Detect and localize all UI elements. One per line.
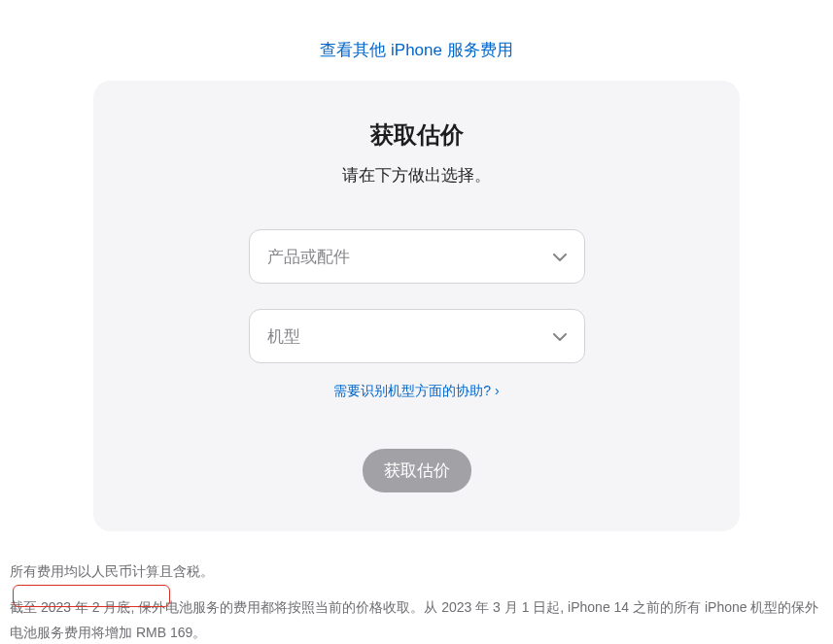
get-estimate-button[interactable]: 获取估价: [363, 449, 471, 492]
model-help-link[interactable]: 需要识别机型方面的协助?›: [333, 383, 499, 398]
chevron-down-icon: [553, 326, 567, 346]
model-help-link-label: 需要识别机型方面的协助?: [333, 383, 491, 398]
footnotes: 所有费用均以人民币计算且含税。 截至 2023 年 2 月底, 保外电池服务的费…: [10, 559, 823, 644]
chevron-right-icon: ›: [495, 383, 500, 398]
card-subtitle: 请在下方做出选择。: [142, 164, 691, 186]
estimate-card: 获取估价 请在下方做出选择。 产品或配件 机型 需要识别机型方面的协助?› 获取…: [93, 81, 740, 531]
model-select-placeholder: 机型: [267, 325, 300, 348]
product-select-row: 产品或配件: [249, 229, 585, 284]
model-select-row: 机型: [249, 309, 585, 363]
footnote-tax: 所有费用均以人民币计算且含税。: [10, 559, 823, 585]
footnote-price-change: 截至 2023 年 2 月底, 保外电池服务的费用都将按照当前的价格收取。从 2…: [10, 594, 823, 644]
product-select[interactable]: 产品或配件: [249, 229, 585, 284]
chevron-down-icon: [553, 247, 567, 266]
other-services-link[interactable]: 查看其他 iPhone 服务费用: [320, 41, 512, 59]
card-title: 获取估价: [142, 119, 691, 151]
top-link-row: 查看其他 iPhone 服务费用: [0, 0, 833, 81]
model-select[interactable]: 机型: [249, 309, 585, 363]
help-link-row: 需要识别机型方面的协助?›: [142, 383, 691, 400]
product-select-placeholder: 产品或配件: [267, 246, 350, 268]
